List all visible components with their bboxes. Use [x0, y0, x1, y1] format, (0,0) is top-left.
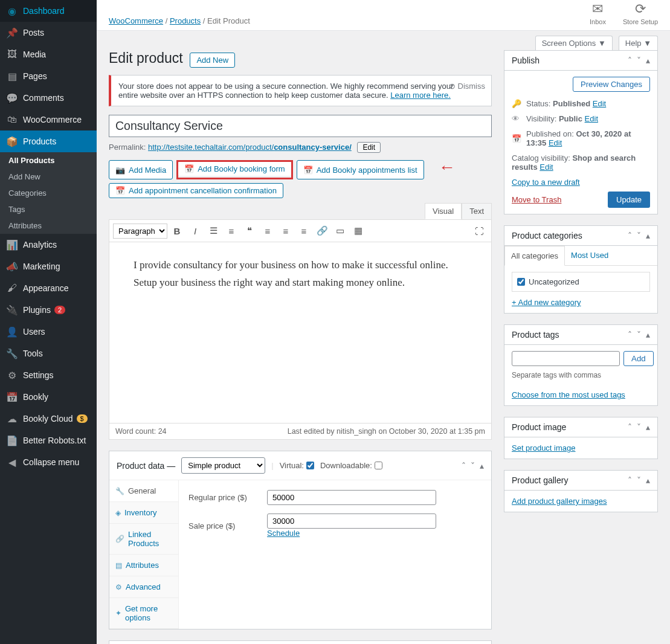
menu-analytics[interactable]: 📊Analytics — [0, 234, 97, 256]
menu-comments[interactable]: 💬Comments — [0, 87, 97, 109]
align-left-button[interactable]: ≡ — [259, 222, 276, 239]
menu-products[interactable]: 📦Products — [0, 130, 97, 152]
page-title: Edit product — [109, 50, 183, 66]
menu-users[interactable]: 👤Users — [0, 321, 97, 343]
menu-appearance[interactable]: 🖌Appearance — [0, 277, 97, 299]
status-edit[interactable]: Edit — [593, 99, 606, 108]
comment-icon: 💬 — [6, 92, 18, 104]
product-type-select[interactable]: Simple product — [181, 457, 265, 474]
editor-tab-text[interactable]: Text — [462, 203, 492, 219]
update-button[interactable]: Update — [608, 192, 650, 208]
tag-add-button[interactable]: Add — [623, 351, 654, 366]
chevron-up-icon[interactable]: ˄ — [628, 56, 632, 65]
permalink-edit-button[interactable]: Edit — [357, 142, 381, 153]
submenu-tags[interactable]: Tags — [0, 201, 97, 217]
chevron-down-icon[interactable]: ˅ — [471, 461, 475, 471]
published-edit[interactable]: Edit — [549, 138, 562, 147]
link-button[interactable]: 🔗 — [314, 222, 330, 239]
breadcrumb-products[interactable]: Products — [170, 16, 201, 25]
italic-button[interactable]: I — [187, 222, 204, 239]
bold-button[interactable]: B — [169, 222, 185, 239]
help-button[interactable]: Help ▼ — [619, 36, 658, 50]
product-gallery-box: Product gallery˄˅▴ Add product gallery i… — [504, 470, 658, 512]
tab-general[interactable]: 🔧General — [109, 480, 178, 502]
admin-sidebar: ◉Dashboard 📌Posts 🖼Media ▤Pages 💬Comment… — [0, 0, 97, 644]
tab-get-more[interactable]: ✦Get more options — [109, 598, 178, 629]
permalink-link[interactable]: http://testsite.techaltair.com/product/c… — [148, 143, 352, 152]
add-new-button[interactable]: Add New — [190, 53, 235, 68]
product-title-input[interactable] — [109, 115, 492, 137]
tab-linked[interactable]: 🔗Linked Products — [109, 524, 178, 555]
add-category-link[interactable]: + Add new category — [512, 298, 581, 307]
add-bookly-appts-button[interactable]: 📅Add Bookly appointments list — [297, 160, 424, 179]
inbox-button[interactable]: ✉Inbox — [590, 1, 606, 25]
toggle-icon[interactable]: ▴ — [480, 461, 484, 471]
tab-attributes[interactable]: ▤Attributes — [109, 555, 178, 576]
add-bookly-form-button[interactable]: 📅Add Bookly booking form — [178, 162, 291, 176]
cat-tab-most-used[interactable]: Most Used — [565, 246, 614, 265]
store-setup-button[interactable]: ⟳Store Setup — [623, 1, 658, 25]
menu-bookly[interactable]: 📅Bookly — [0, 386, 97, 408]
menu-dashboard[interactable]: ◉Dashboard — [0, 0, 97, 22]
submenu-categories[interactable]: Categories — [0, 185, 97, 201]
ul-button[interactable]: ☰ — [205, 222, 222, 239]
downloadable-checkbox[interactable] — [375, 462, 382, 469]
tag-input[interactable] — [512, 351, 620, 366]
ol-button[interactable]: ≡ — [223, 222, 240, 239]
cat-tab-all[interactable]: All categories — [504, 246, 565, 266]
pin-icon: 📌 — [6, 27, 18, 39]
align-center-button[interactable]: ≡ — [277, 222, 294, 239]
regular-price-input[interactable] — [267, 490, 436, 505]
breadcrumb-woocommerce[interactable]: WooCommerce — [109, 16, 163, 25]
notice-dismiss[interactable]: ⊘ Dismiss — [449, 82, 485, 91]
tab-advanced[interactable]: ⚙Advanced — [109, 576, 178, 598]
add-media-button[interactable]: 📷Add Media — [109, 160, 173, 179]
readmore-button[interactable]: ▭ — [332, 222, 349, 239]
menu-posts[interactable]: 📌Posts — [0, 22, 97, 43]
sale-price-input[interactable] — [267, 514, 436, 529]
copy-draft-link[interactable]: Copy to a new draft — [512, 178, 580, 187]
screen-options-button[interactable]: Screen Options ▼ — [535, 36, 613, 50]
tab-inventory[interactable]: ◈Inventory — [109, 502, 178, 524]
submenu-attributes[interactable]: Attributes — [0, 217, 97, 234]
quote-button[interactable]: ❝ — [241, 222, 258, 239]
menu-tools[interactable]: 🔧Tools — [0, 343, 97, 364]
toolbar-toggle-button[interactable]: ▦ — [350, 222, 367, 239]
fullscreen-button[interactable]: ⛶ — [471, 222, 488, 239]
submenu-add-new[interactable]: Add New — [0, 169, 97, 185]
chevron-down-icon[interactable]: ˅ — [637, 56, 641, 65]
cat-uncategorized-check[interactable] — [517, 278, 525, 286]
menu-robots[interactable]: 📄Better Robots.txt — [0, 430, 97, 451]
editor-tab-visual[interactable]: Visual — [425, 203, 462, 219]
content-editor[interactable]: I provide consultancy for your business … — [109, 242, 492, 423]
collapse-icon: ◀ — [6, 456, 18, 468]
move-trash-link[interactable]: Move to Trash — [512, 195, 561, 204]
visibility-edit[interactable]: Edit — [585, 114, 598, 123]
preview-button[interactable]: Preview Changes — [573, 77, 650, 92]
schedule-link[interactable]: Schedule — [267, 529, 300, 538]
format-select[interactable]: Paragraph — [113, 224, 167, 239]
set-image-link[interactable]: Set product image — [512, 443, 576, 452]
notice-learn-more[interactable]: Learn more here. — [390, 91, 451, 100]
menu-marketing[interactable]: 📣Marketing — [0, 256, 97, 277]
highlight-annotation: 📅Add Bookly booking form — [176, 160, 293, 179]
menu-settings[interactable]: ⚙Settings — [0, 364, 97, 386]
catalog-edit[interactable]: Edit — [540, 163, 553, 172]
menu-media[interactable]: 🖼Media — [0, 43, 97, 65]
choose-tags-link[interactable]: Choose from the most used tags — [512, 390, 625, 399]
virtual-checkbox[interactable] — [306, 462, 314, 469]
toggle-icon[interactable]: ▴ — [646, 56, 650, 65]
add-gallery-link[interactable]: Add product gallery images — [512, 497, 607, 506]
word-count: Word count: 24 — [115, 427, 167, 436]
align-right-button[interactable]: ≡ — [295, 222, 312, 239]
menu-bookly-cloud[interactable]: ☁Bookly Cloud$ — [0, 408, 97, 430]
add-cancel-confirm-button[interactable]: 📅Add appointment cancellation confirmati… — [109, 183, 283, 198]
plugin-icon: 🔌 — [6, 304, 18, 316]
camera-icon: 📷 — [115, 166, 125, 175]
chevron-up-icon[interactable]: ˄ — [462, 461, 466, 471]
menu-collapse[interactable]: ◀Collapse menu — [0, 451, 97, 473]
submenu-all-products[interactable]: All Products — [0, 152, 97, 169]
menu-pages[interactable]: ▤Pages — [0, 65, 97, 87]
menu-plugins[interactable]: 🔌Plugins2 — [0, 299, 97, 321]
menu-woocommerce[interactable]: 🛍WooCommerce — [0, 109, 97, 130]
